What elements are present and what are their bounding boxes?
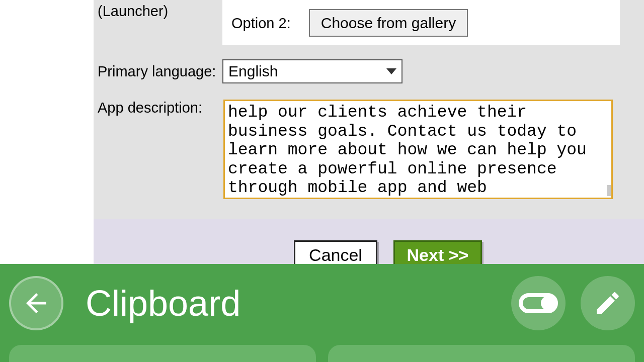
textarea-scrollbar[interactable] [607, 185, 611, 196]
clipboard-item[interactable] [9, 345, 316, 362]
toggle-icon [519, 293, 558, 313]
primary-language-label: Primary language: [98, 63, 216, 80]
clipboard-item[interactable] [328, 345, 635, 362]
option2-label: Option 2: [231, 15, 291, 32]
app-description-textarea[interactable] [223, 100, 613, 199]
edit-button[interactable] [581, 276, 635, 330]
next-button-label: Next >> [407, 245, 469, 265]
back-button[interactable] [9, 276, 63, 330]
gallery-button-label: Choose from gallery [321, 15, 456, 32]
launcher-label: (Launcher) [98, 3, 168, 20]
cancel-button-label: Cancel [309, 245, 362, 265]
left-margin [0, 0, 94, 264]
app-description-label: App description: [98, 100, 202, 116]
toggle-knob [541, 296, 555, 310]
form-actions: Cancel Next >> [94, 219, 644, 264]
arrow-left-icon [21, 288, 51, 318]
keyboard-clipboard-bar: Clipboard [0, 264, 644, 342]
chevron-down-icon [386, 68, 396, 74]
form-panel: (Launcher) Option 2: Choose from gallery… [94, 0, 644, 219]
choose-from-gallery-button[interactable]: Choose from gallery [309, 9, 468, 37]
app-root: (Launcher) Option 2: Choose from gallery… [0, 0, 644, 362]
clipboard-items-row [0, 342, 644, 362]
clipboard-title: Clipboard [86, 283, 511, 324]
pencil-icon [593, 289, 622, 318]
language-value: English [228, 63, 278, 80]
clipboard-toggle-button[interactable] [511, 276, 566, 330]
primary-language-select[interactable]: English [222, 59, 403, 83]
